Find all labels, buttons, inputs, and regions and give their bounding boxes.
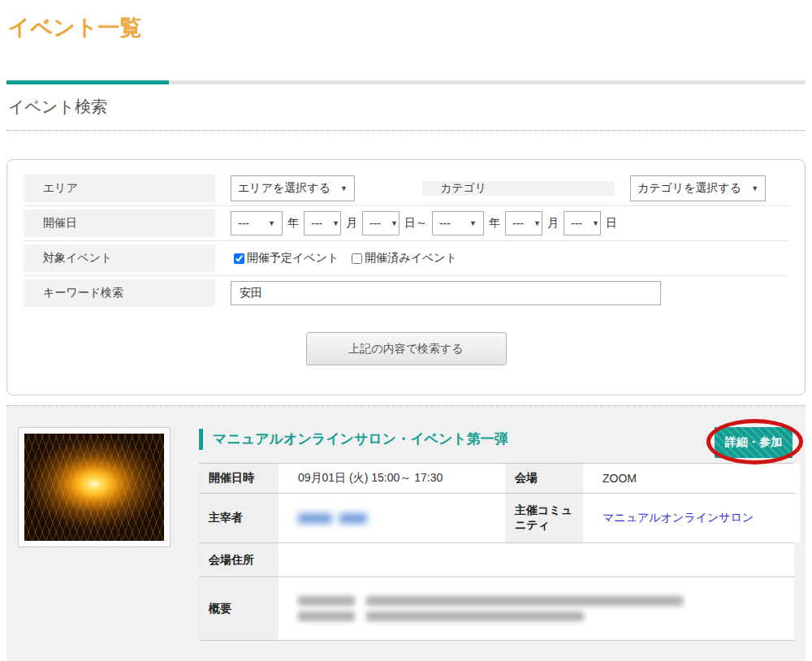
dotted-divider <box>6 130 806 131</box>
event-thumbnail-image <box>24 434 164 541</box>
section-divider-line <box>6 80 806 84</box>
chevron-down-icon: ▼ <box>340 184 348 192</box>
form-row-keyword: キーワード検索 <box>24 275 788 310</box>
detail-join-button[interactable]: 詳細・参加 <box>715 427 793 458</box>
date-to-month-select[interactable]: --- ▼ <box>505 211 542 235</box>
month-suffix: 月 <box>346 216 357 231</box>
chevron-down-icon: ▼ <box>332 219 339 227</box>
year-suffix: 年 <box>287 216 299 231</box>
section-divider-accent <box>6 80 169 84</box>
form-row-area-category: エリア エリアを選択する ▼ カテゴリ カテゴリを選択する ▼ <box>24 171 788 205</box>
table-row-datetime-venue: 開催日時 09月01日 (火) 15:00～ 17:30 会場 ZOOM <box>199 464 794 493</box>
keyword-input[interactable] <box>231 281 661 305</box>
chevron-down-icon: ▼ <box>751 184 758 192</box>
page-title: イベント一覧 <box>8 11 806 44</box>
category-select-value: カテゴリを選択する <box>637 181 741 196</box>
month-suffix: 月 <box>547 216 559 231</box>
past-events-checkbox-label[interactable]: 開催済みイベント <box>365 251 457 266</box>
community-label: 主催コミュニティ <box>503 494 585 542</box>
keyword-label: キーワード検索 <box>24 279 215 307</box>
datetime-value: 09月01日 (火) 15:00～ 17:30 <box>280 464 503 493</box>
chevron-down-icon: ▼ <box>469 219 477 227</box>
community-link[interactable]: マニュアルオンラインサロン <box>603 511 754 525</box>
date-from-year-select[interactable]: --- ▼ <box>231 211 283 235</box>
category-label: カテゴリ <box>422 181 615 196</box>
chevron-down-icon: ▼ <box>592 219 599 227</box>
event-card: マニュアルオンラインサロン・イベント第一弾 詳細・参加 開催日時 09月01日 … <box>6 406 806 661</box>
datetime-label: 開催日時 <box>199 464 280 493</box>
venue-value: ZOOM <box>585 464 800 493</box>
search-section-heading: イベント検索 <box>8 96 806 117</box>
target-events-label: 対象イベント <box>24 244 215 272</box>
table-row-summary: 概要 <box>199 577 794 640</box>
date-label: 開催日 <box>24 210 215 237</box>
event-title: マニュアルオンラインサロン・イベント第一弾 <box>199 429 508 450</box>
address-value <box>280 543 794 577</box>
chevron-down-icon: ▼ <box>533 219 541 227</box>
date-from-month-select[interactable]: --- ▼ <box>304 211 341 235</box>
venue-label: 会場 <box>503 464 585 493</box>
organizer-link-blurred[interactable] <box>298 513 367 524</box>
past-events-checkbox[interactable] <box>352 253 362 264</box>
chevron-down-icon: ▼ <box>391 219 398 227</box>
upcoming-events-checkbox-label[interactable]: 開催予定イベント <box>247 251 339 266</box>
category-select[interactable]: カテゴリを選択する ▼ <box>630 175 766 201</box>
table-row-organizer-community: 主宰者 主催コミュニティ マニュアルオンラインサロン <box>199 493 794 542</box>
event-thumbnail-frame <box>18 427 171 547</box>
area-label: エリア <box>24 174 215 202</box>
day-range-suffix: 日～ <box>404 216 427 231</box>
summary-label: 概要 <box>199 577 280 640</box>
area-select-value: エリアを選択する <box>238 181 330 196</box>
form-row-target-events: 対象イベント 開催予定イベント 開催済みイベント <box>24 240 788 275</box>
upcoming-events-checkbox[interactable] <box>234 253 244 264</box>
chevron-down-icon: ▼ <box>268 219 275 227</box>
year-suffix: 年 <box>489 216 500 231</box>
address-label: 会場住所 <box>199 543 280 577</box>
form-row-date: 開催日 --- ▼ 年 --- ▼ 月 --- ▼ 日～ --- <box>24 205 788 240</box>
table-row-address: 会場住所 <box>199 542 794 577</box>
date-to-day-select[interactable]: --- ▼ <box>564 211 601 235</box>
organizer-label: 主宰者 <box>199 494 280 542</box>
area-select[interactable]: エリアを選択する ▼ <box>231 175 355 201</box>
day-suffix: 日 <box>606 216 617 231</box>
summary-text-blurred <box>298 587 683 630</box>
event-search-form: エリア エリアを選択する ▼ カテゴリ カテゴリを選択する ▼ 開催日 --- … <box>6 159 806 395</box>
event-details-table: 開催日時 09月01日 (火) 15:00～ 17:30 会場 ZOOM 主宰者… <box>199 463 794 641</box>
date-to-year-select[interactable]: --- ▼ <box>432 211 484 235</box>
date-from-day-select[interactable]: --- ▼ <box>362 211 400 235</box>
search-submit-button[interactable]: 上記の内容で検索する <box>306 332 507 365</box>
